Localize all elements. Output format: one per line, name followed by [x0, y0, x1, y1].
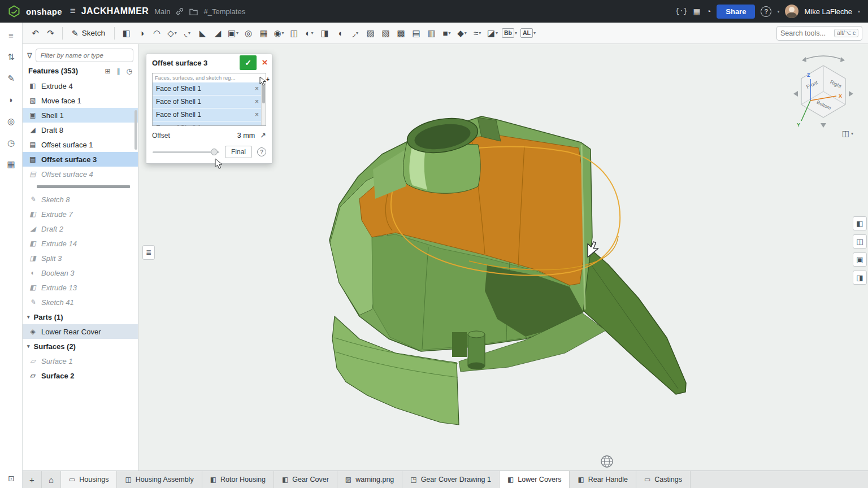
workspace-name[interactable]: Main [154, 7, 170, 16]
apps-icon[interactable]: ▦ [693, 7, 701, 16]
remove-selection-icon[interactable]: × [255, 98, 259, 106]
dropdown-caret-icon[interactable]: ▾ [188, 30, 190, 36]
feature-row[interactable]: ◢ Draft 8 [23, 123, 138, 137]
replace-face-tool-icon[interactable]: ▩ ▾ [394, 25, 408, 41]
dropdown-caret-icon[interactable]: ▾ [449, 30, 451, 36]
selection-row[interactable]: Face of Shell 1 × [153, 95, 266, 108]
wrap-tool-icon[interactable]: ◖ ▾ [333, 25, 347, 41]
display-options-button[interactable]: ◨ [853, 271, 867, 285]
main-menu-icon[interactable]: ≡ [70, 6, 76, 17]
features-toggle-icon[interactable]: ≡ [4, 28, 19, 42]
remove-selection-icon[interactable]: × [255, 111, 259, 119]
suppress-icon[interactable]: ∥ [117, 67, 120, 75]
redo-button[interactable]: ↷ [44, 25, 58, 41]
help-icon[interactable]: ? [761, 6, 771, 17]
tables-icon[interactable]: ▦ [4, 157, 19, 171]
dropdown-caret-icon[interactable]: ▾ [479, 30, 481, 36]
feature-list-scrollbar[interactable] [134, 110, 137, 150]
create-folder-icon[interactable]: ⊞ [105, 67, 110, 75]
curve-tools-icon[interactable]: ≈ ▾ [470, 25, 484, 41]
undo-button[interactable]: ↶ [28, 25, 42, 41]
feature-row[interactable]: ◨ Split 3 [23, 251, 138, 265]
feature-row[interactable]: ◧ Extrude 4 [23, 79, 138, 93]
surface-row[interactable]: ▱ Surface 2 [23, 368, 138, 383]
document-tab[interactable]: ◧ Rear Handle [570, 471, 636, 488]
chevron-down-icon[interactable]: ▾ [27, 343, 30, 349]
fillet-tool-icon[interactable]: ◟ ▾ [180, 25, 194, 41]
rollback-bar[interactable] [37, 185, 130, 188]
offset-slider[interactable] [152, 148, 220, 156]
dropdown-caret-icon[interactable]: ▾ [465, 30, 467, 36]
feature-row[interactable]: ◧ Extrude 7 [23, 207, 138, 221]
feature-row[interactable]: ▣ Shell 1 [23, 108, 138, 123]
document-tab[interactable]: ◧ Gear Cover [274, 471, 337, 488]
document-tab[interactable]: ▭ Housings [61, 471, 117, 488]
feature-row[interactable]: ▤ Offset surface 3 [23, 152, 138, 167]
link-icon[interactable] [176, 7, 184, 15]
feature-row[interactable]: ▤ Offset surface 4 [23, 167, 138, 181]
selection-row[interactable]: Face of Shell 1 × [153, 82, 266, 95]
linear-pattern-tool-icon[interactable]: ▦ ▾ [257, 25, 271, 41]
surfaces-section-header[interactable]: ▾ Surfaces (2) [23, 339, 138, 354]
custom-feature-al-button[interactable]: AL ▾ [519, 25, 537, 41]
named-views-button[interactable]: ▣ [853, 252, 867, 267]
custom-feature-bb-button[interactable]: Bb ▾ [501, 25, 518, 41]
mirror-tool-icon[interactable]: ◫ ▾ [287, 25, 301, 41]
search-tools-box[interactable]: alt/⌥ c [776, 26, 862, 41]
selection-row[interactable]: Face of Shell 1 × [153, 108, 266, 121]
analysis-icon[interactable]: ◎ [4, 114, 19, 128]
confirm-button[interactable]: ✓ [240, 55, 257, 70]
capture-icon[interactable]: ⊡ [4, 472, 19, 485]
onshape-logo[interactable] [8, 5, 20, 18]
selection-row[interactable]: Face of Shell 1 × [153, 121, 266, 126]
enclose-tool-icon[interactable]: ■ ▾ [440, 25, 454, 41]
selection-scrollbar[interactable] [261, 82, 266, 125]
dropdown-caret-icon[interactable]: ▾ [236, 30, 238, 36]
document-tab[interactable]: ◫ Housing Assembly [117, 471, 202, 488]
section-view-button[interactable]: ◧ [853, 216, 867, 230]
home-icon[interactable]: ⌂ [42, 471, 61, 488]
sketch-button[interactable]: ✎ Sketch [67, 25, 110, 41]
remove-selection-icon[interactable]: × [255, 85, 259, 93]
slider-thumb[interactable] [211, 149, 218, 155]
circular-pattern-tool-icon[interactable]: ◉ ▾ [272, 25, 286, 41]
dropdown-caret-icon[interactable]: ▾ [533, 30, 536, 36]
surface-row[interactable]: ▱ Surface 1 [23, 354, 138, 368]
view-cube[interactable]: Front Right Bottom Z X Y [787, 51, 860, 136]
versions-icon[interactable]: {·} [675, 7, 688, 15]
feature-row[interactable]: ◧ Extrude 13 [23, 280, 138, 295]
loft-tool-icon[interactable]: ◇ ▾ [165, 25, 179, 41]
document-tab[interactable]: ▨ warning.png [337, 471, 402, 488]
draft-tool-icon[interactable]: ◢ ▾ [211, 25, 225, 41]
surface-tools-icon[interactable]: ◆ ▾ [455, 25, 469, 41]
filter-icon[interactable]: ∇ [27, 51, 32, 60]
feature-row[interactable]: ◧ Extrude 14 [23, 236, 138, 251]
search-tools-input[interactable] [780, 29, 831, 37]
remove-selection-icon[interactable]: × [255, 124, 259, 126]
split-tool-icon[interactable]: ◨ ▾ [318, 25, 332, 41]
feature-panel-collapse-handle[interactable]: ≣ [142, 245, 155, 260]
parts-section-header[interactable]: ▾ Parts (1) [23, 310, 138, 324]
appearance-icon[interactable]: ✎ [4, 71, 19, 85]
feature-row[interactable]: ◐ Boolean 3 [23, 265, 138, 280]
shell-tool-icon[interactable]: ▣ ▾ [226, 25, 240, 41]
selection-list[interactable]: Faces, surfaces, and sketch reg... Face … [152, 73, 266, 126]
dropdown-caret-icon[interactable]: ▾ [356, 30, 358, 36]
dropdown-caret-icon[interactable]: ▾ [175, 30, 177, 36]
document-tab[interactable]: ◧ Lower Covers [500, 471, 570, 488]
avatar[interactable] [785, 5, 798, 18]
document-tab[interactable]: ◳ Gear Cover Drawing 1 [402, 471, 500, 488]
feature-row[interactable]: ▤ Offset surface 1 [23, 137, 138, 152]
flip-direction-icon[interactable]: ↗ [260, 131, 266, 140]
breadcrumb[interactable]: #_Templates [203, 7, 245, 16]
chamfer-tool-icon[interactable]: ◣ ▾ [196, 25, 210, 41]
chevron-down-icon[interactable]: ▾ [27, 314, 30, 320]
offset-surface-tool-icon[interactable]: ▤ ▾ [409, 25, 423, 41]
revolve-tool-icon[interactable]: ◑ ▾ [134, 25, 149, 41]
sweep-tool-icon[interactable]: ◠ ▾ [150, 25, 164, 41]
modify-fillet-tool-icon[interactable]: ◞ ▾ [348, 25, 362, 41]
history-icon[interactable]: ◷ [4, 136, 19, 150]
user-caret-icon[interactable]: ▾ [858, 9, 860, 14]
cancel-button[interactable]: × [258, 55, 272, 70]
feature-row[interactable]: ✎ Sketch 8 [23, 192, 138, 207]
